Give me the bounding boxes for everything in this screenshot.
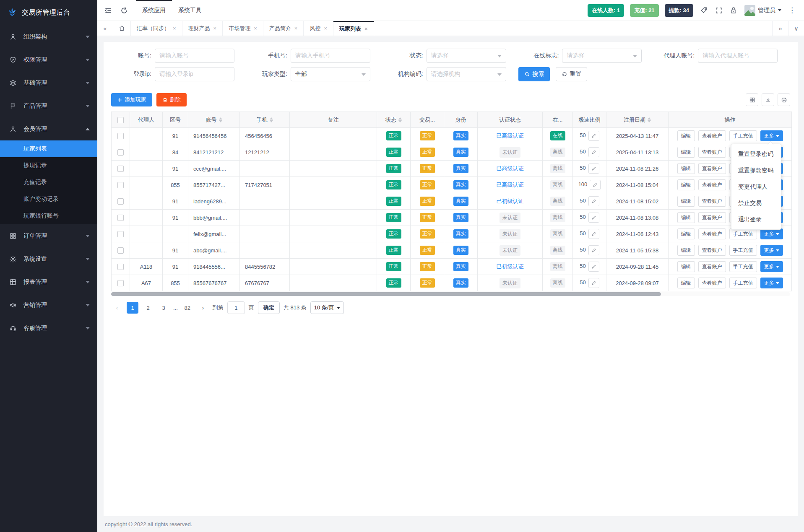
tabs-menu-icon[interactable]: ∨ <box>788 21 804 36</box>
view-account-button[interactable]: 查看账户 <box>698 261 726 272</box>
view-account-button[interactable]: 查看账户 <box>698 130 726 141</box>
prev-page-button[interactable]: ‹ <box>111 302 123 314</box>
row-checkbox[interactable] <box>117 149 124 156</box>
row-checkbox[interactable] <box>117 264 124 270</box>
manual-deposit-button[interactable]: 手工充值 <box>729 245 757 256</box>
edit-ratio-button[interactable] <box>588 245 599 255</box>
agent-account-input[interactable]: 请输入代理人账号 <box>698 49 778 63</box>
row-checkbox[interactable] <box>117 182 124 188</box>
tab-理财产品[interactable]: 理财产品× <box>182 21 223 36</box>
row-checkbox[interactable] <box>117 231 124 237</box>
confirm-button[interactable]: 确定 <box>258 301 280 314</box>
dropdown-item-禁止交易[interactable]: 禁止交易 <box>731 195 781 211</box>
more-button[interactable]: 更多 <box>760 245 783 256</box>
row-checkbox[interactable] <box>117 198 124 205</box>
view-account-button[interactable]: 查看账户 <box>698 212 726 223</box>
close-icon[interactable]: × <box>364 26 368 32</box>
edit-button[interactable]: 编辑 <box>677 196 695 207</box>
online-flag-select[interactable]: 请选择 <box>562 49 642 63</box>
refresh-icon[interactable] <box>120 6 128 15</box>
auth-status-link[interactable]: 已高级认证 <box>497 132 524 139</box>
stat-badge-online-count[interactable]: 在线人数: 1 <box>588 4 624 17</box>
sort-icon[interactable] <box>398 117 402 122</box>
manual-deposit-button[interactable]: 手工充值 <box>729 261 757 272</box>
sidebar-subitem-提现记录[interactable]: 提现记录 <box>0 157 97 174</box>
page-button-3[interactable]: 3 <box>158 302 169 314</box>
edit-button[interactable]: 编辑 <box>677 261 695 272</box>
edit-button[interactable]: 编辑 <box>677 212 695 223</box>
more-button[interactable]: 更多 <box>760 278 783 288</box>
auth-status-link[interactable]: 已初级认证 <box>497 263 524 270</box>
edit-ratio-button[interactable] <box>588 147 599 157</box>
edit-button[interactable]: 编辑 <box>677 228 695 239</box>
dropdown-item-重置提款密码[interactable]: 重置提款密码 <box>731 162 781 179</box>
view-account-button[interactable]: 查看账户 <box>698 163 726 174</box>
tab-玩家列表[interactable]: 玩家列表× <box>333 21 374 36</box>
tab-风控[interactable]: 风控× <box>304 21 333 36</box>
tabs-scroll-left[interactable]: « <box>97 21 113 36</box>
row-checkbox[interactable] <box>117 247 124 254</box>
more-button[interactable]: 更多 <box>760 228 783 239</box>
status-select[interactable]: 请选择 <box>427 49 506 63</box>
sidebar-item-系统设置[interactable]: 系统设置 <box>0 247 97 270</box>
sidebar-item-产品管理[interactable]: 产品管理 <box>0 94 97 117</box>
close-icon[interactable]: × <box>254 25 257 31</box>
edit-ratio-button[interactable] <box>590 180 601 190</box>
user-menu[interactable]: 管理员 <box>744 5 781 16</box>
page-button-2[interactable]: 2 <box>142 302 154 314</box>
sidebar-item-报表管理[interactable]: 报表管理 <box>0 270 97 293</box>
col-header-账号[interactable]: 账号 <box>188 112 240 128</box>
sidebar-subitem-充值记录[interactable]: 充值记录 <box>0 174 97 191</box>
edit-ratio-button[interactable] <box>588 196 599 206</box>
sidebar-item-订单管理[interactable]: 订单管理 <box>0 224 97 247</box>
sidebar-item-基础管理[interactable]: 基础管理 <box>0 71 97 94</box>
player-type-select[interactable]: 全部 <box>291 67 370 81</box>
col-header-状态[interactable]: 状态 <box>377 112 411 128</box>
tab-home[interactable] <box>113 21 131 36</box>
more-button[interactable]: 更多 <box>760 261 783 272</box>
edit-button[interactable]: 编辑 <box>677 179 695 190</box>
auth-status-link[interactable]: 已高级认证 <box>497 165 524 171</box>
auth-status-link[interactable]: 已高级认证 <box>497 182 524 188</box>
dropdown-item-退出登录[interactable]: 退出登录 <box>731 211 781 228</box>
delete-button[interactable]: 删除 <box>156 93 187 106</box>
sidebar-subitem-账户变动记录[interactable]: 账户变动记录 <box>0 191 97 208</box>
manual-deposit-button[interactable]: 手工充值 <box>729 278 757 288</box>
lock-icon[interactable] <box>730 7 737 14</box>
close-icon[interactable]: × <box>294 25 298 31</box>
sidebar-item-会员管理[interactable]: 会员管理 <box>0 117 97 140</box>
col-header-手机[interactable]: 手机 <box>240 112 290 128</box>
close-icon[interactable]: × <box>324 25 327 31</box>
page-size-select[interactable]: 10 条/页 <box>310 301 344 314</box>
close-icon[interactable]: × <box>213 25 217 31</box>
next-page-button[interactable]: › <box>197 302 209 314</box>
manual-deposit-button[interactable]: 手工充值 <box>729 228 757 239</box>
row-checkbox[interactable] <box>117 133 124 139</box>
collapse-sidebar-icon[interactable] <box>104 6 112 15</box>
sort-icon[interactable] <box>270 117 273 122</box>
view-account-button[interactable]: 查看账户 <box>698 278 726 288</box>
view-account-button[interactable]: 查看账户 <box>698 228 726 239</box>
reset-button[interactable]: 重置 <box>556 67 587 81</box>
page-button-1[interactable]: 1 <box>127 302 138 314</box>
more-options-icon[interactable]: ⋮ <box>788 7 796 14</box>
sidebar-subitem-玩家银行账号[interactable]: 玩家银行账号 <box>0 208 97 224</box>
org-code-select[interactable]: 请选择机构 <box>427 67 506 81</box>
tab-汇率（同步）[interactable]: 汇率（同步）× <box>131 21 182 36</box>
phone-input[interactable]: 请输入手机号 <box>291 49 370 63</box>
account-input[interactable]: 请输入账号 <box>155 49 234 63</box>
row-checkbox[interactable] <box>117 215 124 221</box>
sidebar-item-权限管理[interactable]: 权限管理 <box>0 48 97 71</box>
sidebar-item-组织架构[interactable]: 组织架构 <box>0 25 97 48</box>
fullscreen-icon[interactable] <box>715 7 723 14</box>
select-all-checkbox[interactable] <box>117 117 124 123</box>
sort-icon[interactable] <box>219 117 222 122</box>
sort-icon[interactable] <box>648 117 651 122</box>
view-account-button[interactable]: 查看账户 <box>698 196 726 207</box>
col-header-注册日期[interactable]: 注册日期 <box>606 112 669 128</box>
close-icon[interactable]: × <box>173 25 176 31</box>
view-account-button[interactable]: 查看账户 <box>698 179 726 190</box>
sidebar-subitem-玩家列表[interactable]: 玩家列表 <box>0 140 97 157</box>
view-account-button[interactable]: 查看账户 <box>698 245 726 256</box>
scrollbar-thumb[interactable] <box>111 292 661 296</box>
